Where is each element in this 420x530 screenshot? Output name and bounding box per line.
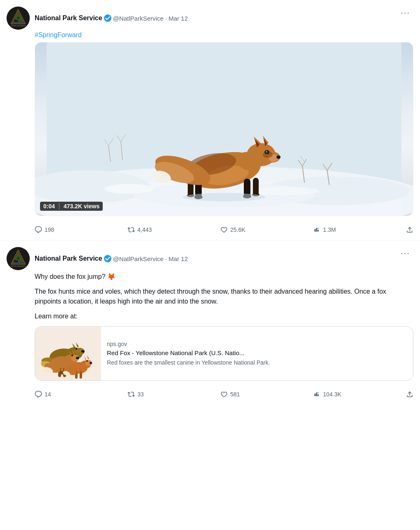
svg-point-8 bbox=[104, 14, 111, 22]
like-icon-1 bbox=[220, 226, 228, 233]
video-views: 473.2K views bbox=[64, 203, 99, 210]
hashtag-1[interactable]: #SpringForward bbox=[35, 31, 413, 39]
retweet-count-2: 33 bbox=[137, 391, 144, 398]
tweet-2-actions: 14 33 581 104.3K bbox=[35, 386, 413, 405]
author-name-2[interactable]: National Park Service bbox=[35, 255, 102, 262]
author-name-row-1: National Park Service @NatlParkService ·… bbox=[35, 14, 188, 22]
reply-count-2: 14 bbox=[45, 391, 51, 398]
verified-badge-2 bbox=[104, 255, 111, 262]
avatar-2[interactable]: NATIONAL PARK SERVICE bbox=[7, 247, 30, 270]
video-stats-overlay: 0:04 473.2K views bbox=[40, 202, 103, 211]
like-count-2: 581 bbox=[230, 391, 240, 398]
svg-point-65 bbox=[104, 255, 111, 262]
tweet-1-author-info: National Park Service @NatlParkService ·… bbox=[35, 14, 188, 22]
tweet-date-text-2[interactable]: Mar 12 bbox=[169, 255, 188, 262]
tweet-1-actions: 198 4,443 25.6K 1.3M bbox=[35, 221, 413, 240]
retweet-icon-1 bbox=[127, 226, 135, 233]
views-icon-2 bbox=[313, 391, 321, 398]
svg-text:NATIONAL PARK SERVICE: NATIONAL PARK SERVICE bbox=[11, 266, 26, 267]
tweet-2-text: Why does the fox jump? 🦊 The fox hunts m… bbox=[35, 272, 413, 321]
tweet-1-media[interactable]: 0:04 473.2K views bbox=[35, 42, 413, 216]
verified-badge-1 bbox=[104, 14, 111, 22]
more-menu-2[interactable]: ··· bbox=[397, 247, 413, 259]
svg-point-29 bbox=[253, 187, 319, 195]
tweet-1-header-left: NATIONAL PARK SERVICE National Park Serv… bbox=[7, 7, 188, 30]
retweet-icon-2 bbox=[127, 391, 135, 398]
svg-point-56 bbox=[183, 193, 265, 201]
tweet-2-author-info: National Park Service @NatlParkService ·… bbox=[35, 255, 188, 262]
tweet-date-text-1[interactable]: Mar 12 bbox=[169, 15, 188, 22]
share-action-1[interactable] bbox=[406, 226, 413, 233]
author-handle-1[interactable]: @NatlParkService bbox=[113, 15, 164, 22]
retweet-action-1[interactable]: 4,443 bbox=[127, 226, 220, 233]
tweet-date-1: · bbox=[165, 15, 167, 22]
svg-point-71 bbox=[76, 348, 77, 350]
like-count-1: 25.6K bbox=[230, 226, 245, 233]
retweet-count-1: 4,443 bbox=[137, 226, 152, 233]
avatar-1[interactable]: NATIONAL PARK SERVICE bbox=[7, 7, 30, 30]
svg-point-62 bbox=[14, 260, 16, 261]
tweet-1-header: NATIONAL PARK SERVICE National Park Serv… bbox=[7, 7, 413, 30]
svg-point-28 bbox=[104, 184, 154, 194]
reply-count-1: 198 bbox=[45, 226, 54, 233]
tweet-text-line2: The fox hunts mice and voles, which they… bbox=[35, 287, 413, 306]
svg-point-93 bbox=[86, 360, 88, 362]
link-description: Red foxes are the smallest canine in Yel… bbox=[107, 359, 270, 366]
like-action-2[interactable]: 581 bbox=[220, 391, 313, 398]
tweet-2-header-left: NATIONAL PARK SERVICE National Park Serv… bbox=[7, 247, 188, 270]
share-icon-2 bbox=[406, 391, 413, 398]
svg-point-92 bbox=[90, 362, 92, 364]
views-action-1[interactable]: 1.3M bbox=[313, 226, 406, 233]
reply-icon-1 bbox=[35, 226, 42, 233]
svg-point-5 bbox=[14, 19, 16, 21]
svg-text:NATIONAL PARK SERVICE: NATIONAL PARK SERVICE bbox=[11, 25, 26, 27]
link-card-image bbox=[35, 327, 101, 380]
fox-video-frame bbox=[35, 42, 413, 216]
author-handle-2[interactable]: @NatlParkService bbox=[113, 255, 164, 262]
views-count-1: 1.3M bbox=[323, 226, 336, 233]
link-card-content: nps.gov Red Fox - Yellowstone National P… bbox=[101, 327, 276, 380]
tweet-text-line1: Why does the fox jump? 🦊 bbox=[35, 272, 413, 282]
like-action-1[interactable]: 25.6K bbox=[220, 226, 313, 233]
svg-rect-6 bbox=[12, 22, 24, 24]
svg-point-44 bbox=[263, 151, 273, 158]
more-menu-1[interactable]: ··· bbox=[397, 7, 413, 18]
video-duration: 0:04 bbox=[43, 203, 59, 210]
reply-icon-2 bbox=[35, 391, 42, 398]
like-icon-2 bbox=[220, 391, 228, 398]
svg-rect-46 bbox=[253, 178, 259, 196]
retweet-action-2[interactable]: 33 bbox=[127, 391, 220, 398]
tweet-1: NATIONAL PARK SERVICE National Park Serv… bbox=[0, 0, 420, 240]
svg-rect-97 bbox=[80, 371, 82, 379]
views-count-2: 104.3K bbox=[323, 391, 341, 398]
svg-point-70 bbox=[81, 350, 85, 353]
reply-action-2[interactable]: 14 bbox=[35, 391, 127, 398]
svg-point-82 bbox=[71, 355, 73, 356]
svg-point-81 bbox=[76, 357, 79, 359]
link-title: Red Fox - Yellowstone National Park (U.S… bbox=[107, 349, 270, 357]
link-card[interactable]: nps.gov Red Fox - Yellowstone National P… bbox=[35, 326, 413, 381]
tweet-2: NATIONAL PARK SERVICE National Park Serv… bbox=[0, 240, 420, 405]
reply-action-1[interactable]: 198 bbox=[35, 226, 127, 233]
views-icon-1 bbox=[313, 226, 321, 233]
tweet-date-sep-2: · bbox=[165, 255, 167, 262]
author-name-row-2: National Park Service @NatlParkService ·… bbox=[35, 255, 188, 262]
views-action-2[interactable]: 104.3K bbox=[313, 391, 406, 398]
svg-rect-63 bbox=[12, 262, 24, 264]
tweet-2-header: NATIONAL PARK SERVICE National Park Serv… bbox=[7, 247, 413, 270]
share-icon-1 bbox=[406, 226, 413, 233]
tweet-text-line3: Learn more at: bbox=[35, 311, 413, 321]
link-domain: nps.gov bbox=[107, 341, 270, 347]
share-action-2[interactable] bbox=[406, 391, 413, 398]
svg-point-37 bbox=[276, 155, 281, 159]
author-name-1[interactable]: National Park Service bbox=[35, 14, 102, 22]
